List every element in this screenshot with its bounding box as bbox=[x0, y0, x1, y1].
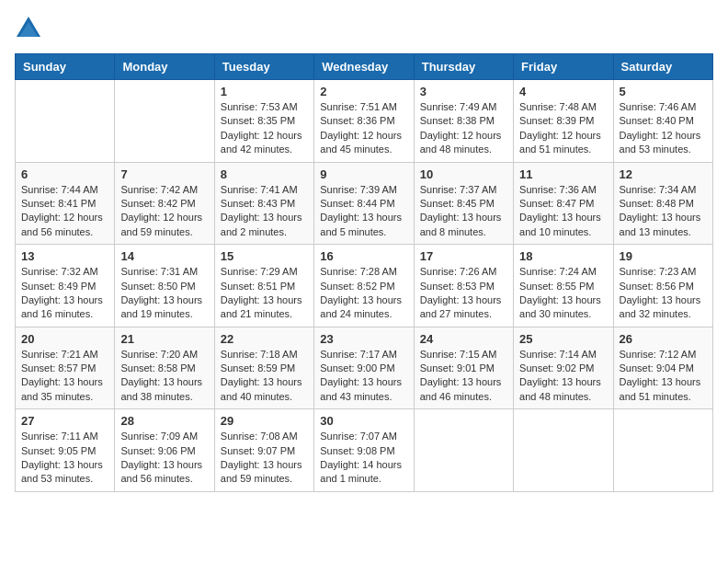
cell-content: Sunrise: 7:37 AM Sunset: 8:45 PM Dayligh… bbox=[420, 183, 507, 240]
daylight: Daylight: 13 hours and 5 minutes. bbox=[320, 212, 402, 236]
daylight: Daylight: 13 hours and 24 minutes. bbox=[320, 294, 402, 319]
sunrise: Sunrise: 7:29 AM bbox=[221, 266, 298, 277]
calendar-cell: 24 Sunrise: 7:15 AM Sunset: 9:01 PM Dayl… bbox=[414, 327, 513, 409]
sunrise: Sunrise: 7:53 AM bbox=[221, 101, 298, 112]
calendar-cell bbox=[16, 80, 115, 163]
day-number: 9 bbox=[320, 167, 407, 181]
calendar-week-row: 13 Sunrise: 7:32 AM Sunset: 8:49 PM Dayl… bbox=[16, 245, 713, 327]
day-header-sunday: Sunday bbox=[16, 54, 115, 80]
cell-content: Sunrise: 7:21 AM Sunset: 8:57 PM Dayligh… bbox=[21, 348, 108, 405]
sunset: Sunset: 9:08 PM bbox=[320, 445, 394, 456]
sunset: Sunset: 8:56 PM bbox=[620, 281, 694, 292]
daylight: Daylight: 13 hours and 48 minutes. bbox=[519, 376, 601, 401]
daylight: Daylight: 12 hours and 51 minutes. bbox=[519, 130, 601, 155]
sunrise: Sunrise: 7:39 AM bbox=[320, 184, 397, 195]
sunrise: Sunrise: 7:23 AM bbox=[620, 266, 697, 277]
sunset: Sunset: 8:51 PM bbox=[221, 281, 295, 292]
sunset: Sunset: 9:05 PM bbox=[21, 445, 96, 456]
sunset: Sunset: 9:00 PM bbox=[320, 362, 394, 373]
sunset: Sunset: 8:57 PM bbox=[21, 362, 96, 373]
logo-icon bbox=[15, 15, 42, 42]
calendar-week-row: 6 Sunrise: 7:44 AM Sunset: 8:41 PM Dayli… bbox=[16, 162, 713, 245]
cell-content: Sunrise: 7:31 AM Sunset: 8:50 PM Dayligh… bbox=[120, 265, 208, 322]
daylight: Daylight: 13 hours and 32 minutes. bbox=[620, 294, 701, 319]
cell-content: Sunrise: 7:20 AM Sunset: 8:58 PM Dayligh… bbox=[120, 348, 208, 405]
sunset: Sunset: 8:38 PM bbox=[420, 115, 495, 126]
calendar-cell: 22 Sunrise: 7:18 AM Sunset: 8:59 PM Dayl… bbox=[214, 327, 313, 409]
daylight: Daylight: 13 hours and 56 minutes. bbox=[120, 459, 202, 484]
day-number: 4 bbox=[519, 85, 607, 98]
calendar-cell: 21 Sunrise: 7:20 AM Sunset: 8:58 PM Dayl… bbox=[115, 327, 214, 409]
daylight: Daylight: 13 hours and 27 minutes. bbox=[420, 294, 502, 319]
calendar-cell: 11 Sunrise: 7:36 AM Sunset: 8:47 PM Dayl… bbox=[514, 162, 613, 245]
calendar-cell: 1 Sunrise: 7:53 AM Sunset: 8:35 PM Dayli… bbox=[214, 80, 313, 163]
sunrise: Sunrise: 7:24 AM bbox=[519, 266, 597, 277]
calendar: SundayMondayTuesdayWednesdayThursdayFrid… bbox=[15, 53, 713, 492]
calendar-cell: 18 Sunrise: 7:24 AM Sunset: 8:55 PM Dayl… bbox=[514, 245, 613, 327]
sunset: Sunset: 8:48 PM bbox=[620, 198, 694, 209]
cell-content: Sunrise: 7:49 AM Sunset: 8:38 PM Dayligh… bbox=[420, 100, 507, 157]
daylight: Daylight: 12 hours and 42 minutes. bbox=[221, 130, 302, 155]
cell-content: Sunrise: 7:15 AM Sunset: 9:01 PM Dayligh… bbox=[420, 348, 507, 405]
sunrise: Sunrise: 7:15 AM bbox=[420, 349, 497, 360]
sunset: Sunset: 8:41 PM bbox=[21, 198, 96, 209]
sunset: Sunset: 8:55 PM bbox=[519, 281, 594, 292]
sunrise: Sunrise: 7:41 AM bbox=[221, 184, 298, 195]
calendar-cell: 7 Sunrise: 7:42 AM Sunset: 8:42 PM Dayli… bbox=[115, 162, 214, 245]
cell-content: Sunrise: 7:36 AM Sunset: 8:47 PM Dayligh… bbox=[519, 183, 607, 240]
sunrise: Sunrise: 7:37 AM bbox=[420, 184, 497, 195]
calendar-cell: 20 Sunrise: 7:21 AM Sunset: 8:57 PM Dayl… bbox=[16, 327, 115, 409]
cell-content: Sunrise: 7:41 AM Sunset: 8:43 PM Dayligh… bbox=[221, 183, 308, 240]
calendar-cell: 16 Sunrise: 7:28 AM Sunset: 8:52 PM Dayl… bbox=[314, 245, 414, 327]
day-header-friday: Friday bbox=[514, 54, 613, 80]
calendar-cell: 2 Sunrise: 7:51 AM Sunset: 8:36 PM Dayli… bbox=[314, 80, 414, 163]
sunrise: Sunrise: 7:11 AM bbox=[21, 431, 98, 442]
sunrise: Sunrise: 7:28 AM bbox=[320, 266, 397, 277]
calendar-cell: 23 Sunrise: 7:17 AM Sunset: 9:00 PM Dayl… bbox=[314, 327, 414, 409]
day-number: 25 bbox=[519, 332, 607, 346]
day-header-monday: Monday bbox=[115, 54, 214, 80]
day-number: 30 bbox=[320, 414, 407, 428]
cell-content: Sunrise: 7:28 AM Sunset: 8:52 PM Dayligh… bbox=[320, 265, 407, 322]
cell-content: Sunrise: 7:24 AM Sunset: 8:55 PM Dayligh… bbox=[519, 265, 607, 322]
cell-content: Sunrise: 7:32 AM Sunset: 8:49 PM Dayligh… bbox=[21, 265, 108, 322]
cell-content: Sunrise: 7:07 AM Sunset: 9:08 PM Dayligh… bbox=[320, 430, 407, 487]
calendar-week-row: 20 Sunrise: 7:21 AM Sunset: 8:57 PM Dayl… bbox=[16, 327, 713, 409]
sunrise: Sunrise: 7:26 AM bbox=[420, 266, 497, 277]
day-number: 24 bbox=[420, 332, 507, 346]
cell-content: Sunrise: 7:12 AM Sunset: 9:04 PM Dayligh… bbox=[620, 348, 707, 405]
sunset: Sunset: 8:45 PM bbox=[420, 198, 495, 209]
daylight: Daylight: 12 hours and 45 minutes. bbox=[320, 130, 402, 155]
day-number: 3 bbox=[420, 85, 507, 98]
daylight: Daylight: 13 hours and 13 minutes. bbox=[620, 212, 701, 236]
day-number: 22 bbox=[221, 332, 308, 346]
sunrise: Sunrise: 7:18 AM bbox=[221, 349, 298, 360]
day-number: 29 bbox=[221, 414, 308, 428]
calendar-cell bbox=[414, 409, 513, 492]
daylight: Daylight: 13 hours and 16 minutes. bbox=[21, 294, 103, 319]
day-number: 2 bbox=[320, 85, 407, 98]
sunset: Sunset: 9:02 PM bbox=[519, 362, 594, 373]
day-number: 17 bbox=[420, 249, 507, 263]
calendar-cell: 13 Sunrise: 7:32 AM Sunset: 8:49 PM Dayl… bbox=[16, 245, 115, 327]
calendar-cell bbox=[613, 409, 712, 492]
cell-content: Sunrise: 7:11 AM Sunset: 9:05 PM Dayligh… bbox=[21, 430, 108, 487]
cell-content: Sunrise: 7:46 AM Sunset: 8:40 PM Dayligh… bbox=[620, 100, 707, 157]
day-number: 28 bbox=[120, 414, 208, 428]
calendar-cell: 4 Sunrise: 7:48 AM Sunset: 8:39 PM Dayli… bbox=[514, 80, 613, 163]
day-number: 14 bbox=[120, 249, 208, 263]
day-number: 18 bbox=[519, 249, 607, 263]
day-number: 26 bbox=[620, 332, 707, 346]
cell-content: Sunrise: 7:09 AM Sunset: 9:06 PM Dayligh… bbox=[120, 430, 208, 487]
day-number: 15 bbox=[221, 249, 308, 263]
sunrise: Sunrise: 7:09 AM bbox=[120, 431, 198, 442]
cell-content: Sunrise: 7:51 AM Sunset: 8:36 PM Dayligh… bbox=[320, 100, 407, 157]
sunset: Sunset: 9:07 PM bbox=[221, 445, 295, 456]
calendar-cell bbox=[115, 80, 214, 163]
cell-content: Sunrise: 7:53 AM Sunset: 8:35 PM Dayligh… bbox=[221, 100, 308, 157]
calendar-cell: 28 Sunrise: 7:09 AM Sunset: 9:06 PM Dayl… bbox=[115, 409, 214, 492]
calendar-cell: 25 Sunrise: 7:14 AM Sunset: 9:02 PM Dayl… bbox=[514, 327, 613, 409]
day-number: 7 bbox=[120, 167, 208, 181]
daylight: Daylight: 13 hours and 30 minutes. bbox=[519, 294, 601, 319]
sunrise: Sunrise: 7:08 AM bbox=[221, 431, 298, 442]
